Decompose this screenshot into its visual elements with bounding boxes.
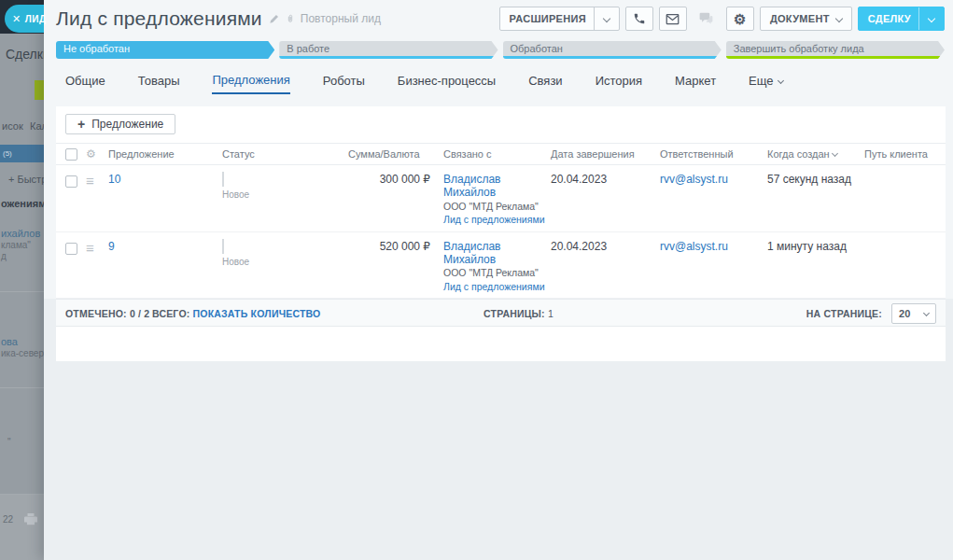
extensions-button[interactable]: РАСШИРЕНИЯ	[499, 7, 620, 31]
tab-market[interactable]: Маркет	[675, 73, 716, 94]
background-company-text: клама"	[1, 240, 31, 250]
column-related[interactable]: Связано с	[443, 148, 551, 160]
chevron-down-icon[interactable]	[603, 15, 610, 22]
close-date-cell: 20.04.2023	[551, 170, 660, 186]
contact-link[interactable]: Владислав Михайлов	[443, 173, 500, 199]
screen: Сделки исок Кал (5) + Быстр ожениями иха…	[0, 0, 953, 560]
tab-products[interactable]: Товары	[138, 73, 180, 94]
chevron-down-icon	[834, 15, 842, 22]
background-kanban-count: (5)	[3, 149, 12, 158]
pages-value: 1	[548, 308, 554, 319]
tab-history[interactable]: История	[596, 73, 642, 94]
divider	[0, 387, 44, 388]
per-page-select[interactable]: 20	[891, 303, 936, 324]
close-icon[interactable]: ✕	[12, 13, 21, 25]
created-cell: 1 минуту назад	[767, 237, 864, 253]
tab-quotes[interactable]: Предложения	[212, 73, 289, 94]
background-add-lead-button	[35, 80, 44, 100]
row-checkbox[interactable]	[65, 175, 77, 188]
chat-button[interactable]	[693, 7, 721, 31]
slider-tab-label: ЛИД	[25, 14, 47, 24]
stage-label: В работе	[287, 43, 329, 54]
column-client-path[interactable]: Путь клиента	[864, 148, 936, 160]
pages-counter: СТРАНИЦЫ: 1	[484, 308, 554, 319]
lead-link[interactable]: Лид с предложениями	[443, 281, 545, 292]
status-label: Новое	[222, 189, 348, 200]
per-page-label: НА СТРАНИЦЕ:	[806, 308, 882, 319]
background-text: д	[1, 251, 7, 261]
column-quote[interactable]: Предложение	[108, 148, 222, 160]
row-checkbox[interactable]	[65, 243, 77, 255]
stage-in-progress[interactable]: В работе	[279, 41, 498, 59]
paperclip-icon	[286, 13, 295, 24]
quotes-grid: + Предложение ⚙ Предложение Статус Сумма…	[56, 106, 946, 361]
show-count-link[interactable]: ПОКАЗАТЬ КОЛИЧЕСТВО	[193, 308, 321, 319]
edit-title-icon[interactable]	[269, 14, 279, 24]
email-button[interactable]	[659, 7, 687, 31]
chevron-down-icon[interactable]	[928, 15, 935, 22]
table-row: ≡ 9 Новое 520 000 ₽ Владислав Михайлов О…	[56, 232, 946, 300]
status-progress-bar	[222, 239, 224, 254]
document-button[interactable]: ДОКУМЕНТ	[760, 7, 852, 31]
sort-desc-icon	[832, 150, 838, 157]
stage-not-processed[interactable]: Не обработан	[56, 41, 274, 59]
lead-link[interactable]: Лид с предложениями	[443, 214, 545, 225]
tab-label: Роботы	[323, 74, 365, 88]
background-company-text: ика-север"	[1, 348, 48, 358]
quote-id[interactable]: 9	[108, 240, 115, 253]
lead-stage-bar: Не обработан В работе Обработан Завершит…	[56, 41, 945, 59]
stage-label: Обработан	[511, 43, 563, 54]
column-status[interactable]: Статус	[222, 148, 348, 160]
column-close-date[interactable]: Дата завершения	[551, 148, 660, 160]
responsible-cell: rvv@alsyst.ru	[660, 170, 767, 186]
quote-id-link[interactable]: 10	[108, 170, 222, 186]
responsible-link[interactable]: rvv@alsyst.ru	[660, 173, 728, 186]
lead-tabs: Общие Товары Предложения Роботы Бизнес-п…	[65, 73, 783, 94]
chevron-down-icon	[778, 77, 784, 84]
create-deal-button[interactable]: СДЕЛКУ	[858, 7, 945, 31]
plus-icon: +	[77, 118, 85, 131]
stage-label: Завершить обработку лида	[734, 43, 864, 54]
page-title: Лид с предложениями	[56, 7, 262, 30]
column-amount[interactable]: Сумма/Валюта	[348, 148, 443, 160]
amount-cell: 300 000 ₽	[348, 170, 443, 186]
stage-processed[interactable]: Обработан	[503, 41, 722, 59]
divider	[223, 173, 224, 186]
stage-finish-processing[interactable]: Завершить обработку лида	[726, 41, 945, 59]
settings-button[interactable]: ⚙	[726, 7, 754, 31]
call-button[interactable]	[625, 7, 653, 31]
grid-settings-icon[interactable]: ⚙	[86, 148, 108, 160]
tab-links[interactable]: Связи	[528, 73, 562, 94]
row-menu-icon[interactable]: ≡	[86, 242, 108, 254]
contact-link[interactable]: Владислав Михайлов	[443, 240, 500, 266]
tab-robots[interactable]: Роботы	[323, 73, 365, 94]
column-responsible[interactable]: Ответственный	[660, 148, 767, 160]
grid-actions: + Предложение	[56, 106, 946, 143]
background-quick-add: + Быстр	[8, 174, 47, 185]
lead-header: Лид с предложениями Повторный лид РАСШИР…	[44, 0, 953, 37]
responsible-link[interactable]: rvv@alsyst.ru	[660, 240, 728, 253]
background-view-tab: исок	[2, 120, 23, 132]
tab-general[interactable]: Общие	[65, 73, 105, 94]
quote-id[interactable]: 10	[108, 173, 120, 186]
slider-tab-lead[interactable]: ✕ ЛИД	[5, 5, 44, 33]
add-quote-button[interactable]: + Предложение	[65, 114, 175, 134]
responsible-cell: rvv@alsyst.ru	[660, 237, 767, 253]
tab-more[interactable]: Еще	[749, 73, 782, 94]
select-all-checkbox[interactable]	[65, 148, 77, 161]
company-text: ООО "МТД Реклама"	[443, 201, 539, 212]
row-menu-icon[interactable]: ≡	[86, 175, 108, 187]
related-cell: Владислав Михайлов ООО "МТД Реклама" Лид…	[443, 170, 551, 227]
column-created-sorted[interactable]: Когда создан	[767, 148, 864, 160]
stage-label: Не обработан	[63, 43, 130, 54]
grid-header-row: ⚙ Предложение Статус Сумма/Валюта Связан…	[56, 143, 946, 165]
quote-id-link[interactable]: 9	[108, 237, 222, 253]
lead-slider-panel: Лид с предложениями Повторный лид РАСШИР…	[44, 0, 953, 560]
divider	[0, 494, 44, 495]
tab-business-processes[interactable]: Бизнес-процессы	[398, 73, 496, 94]
created-cell: 57 секунд назад	[767, 170, 864, 186]
tab-label: История	[596, 74, 642, 88]
background-text: "	[7, 437, 11, 447]
background-kanban-column-header: (5)	[0, 145, 44, 162]
status-cell: Новое	[222, 170, 348, 200]
